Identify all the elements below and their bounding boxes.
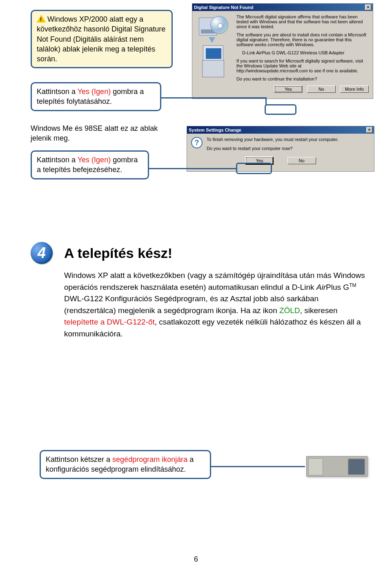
cd-icon <box>210 16 228 34</box>
callout-click-yes-finish: Kattintson a Yes (Igen) gombra a telepít… <box>31 150 149 179</box>
monitor-icon <box>203 45 223 62</box>
callout-doubleclick-tray: Kattintson kétszer a segédprogram ikonjá… <box>40 450 211 479</box>
dialog1-p1: The Microsoft digital signature affirms … <box>236 14 369 29</box>
step4-title: A telepítés kész! <box>64 245 172 261</box>
step-number-badge: 4 <box>31 242 53 264</box>
callout3-a: Kattintson a <box>37 156 78 164</box>
connector-line <box>211 466 305 467</box>
utility-icon[interactable] <box>348 459 365 475</box>
connector-line <box>149 168 237 169</box>
close-icon[interactable]: × <box>365 4 371 10</box>
more-info-button[interactable]: More Info <box>340 85 369 93</box>
dialog-system-settings-change: System Settings Change × ? To finish rem… <box>187 126 374 172</box>
dialog1-titlebar: Digital Signature Not Found × <box>192 4 373 11</box>
section-step-4: 4 A telepítés kész! Windows XP alatt a k… <box>31 242 368 340</box>
callout2-a: Kattintson a <box>37 87 78 96</box>
dialog1-p2: The software you are about to install do… <box>236 32 369 47</box>
dialog1-question: Do you want to continue the installation… <box>236 76 369 81</box>
no-button[interactable]: No <box>287 157 316 164</box>
computer-icon <box>202 60 224 77</box>
dialog2-titlebar: System Settings Change × <box>187 126 374 134</box>
page-number: 6 <box>0 555 392 564</box>
tray-slot <box>308 458 323 475</box>
callout-warning: Windows XP/2000 alatt egy a következőhöz… <box>31 10 173 68</box>
dialog1-title: Digital Signature Not Found <box>194 5 253 10</box>
step4-body: Windows XP alatt a következőkben (vagy a… <box>64 270 366 340</box>
dialog1-graphic <box>196 14 233 92</box>
yes-button[interactable]: Yes <box>274 85 303 93</box>
arrow-down-icon <box>209 37 215 43</box>
close-icon[interactable]: × <box>366 127 372 133</box>
dialog1-device: D-Link AirPlus G DWL-G122 Wireless USB A… <box>242 50 369 55</box>
connector-line <box>265 97 267 105</box>
highlight-yes-button-1 <box>265 104 296 115</box>
dialog2-p1: To finish removing your hardware, you mu… <box>207 137 370 142</box>
highlight-yes-button-2 <box>236 163 272 174</box>
no-button[interactable]: No <box>307 85 336 93</box>
document-page: Windows XP/2000 alatt egy a következőhöz… <box>0 0 392 571</box>
dialog1-p3: If you want to search for Microsoft digi… <box>236 58 369 73</box>
callout-warning-text: Windows XP/2000 alatt egy a következőhöz… <box>37 15 165 63</box>
dialog-signature-not-found: Digital Signature Not Found × The Micros… <box>192 3 373 99</box>
question-icon: ? <box>191 137 203 148</box>
callout4-a: Kattintson kétszer a <box>46 455 112 464</box>
warning-icon <box>37 15 46 22</box>
callout4-red: segédprogram ikonjára <box>112 455 187 464</box>
callout2-yes: Yes (Igen) <box>78 87 111 96</box>
system-tray-screenshot <box>306 456 368 477</box>
callout-click-yes-continue: Kattintson a Yes (Igen) gombra a telepít… <box>31 82 161 111</box>
connector-line <box>161 97 265 99</box>
dialog2-question: Do you want to restart your computer now… <box>207 146 370 151</box>
dialog2-title: System Settings Change <box>189 128 241 132</box>
callout3-yes: Yes (Igen) <box>78 156 111 164</box>
paragraph-me-98se: Windows Me és 98SE alatt ez az ablak jel… <box>31 123 174 143</box>
